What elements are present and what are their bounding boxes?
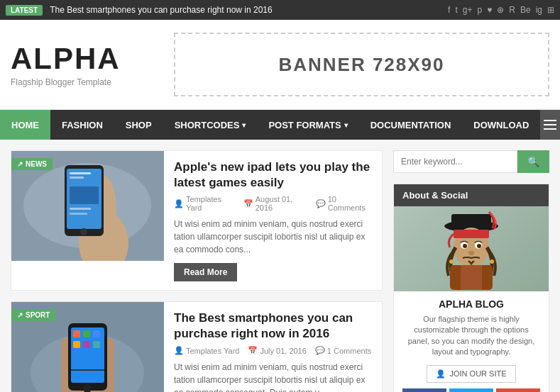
svg-point-34 [463, 244, 467, 248]
top-bar: LATEST The Best smartphones you can purc… [0, 0, 560, 20]
author-icon-1: 👤 Templates Yard [174, 195, 235, 212]
nav-shortcodes[interactable]: SHORTCODES ▾ [163, 110, 258, 140]
nav-download[interactable]: DOWNLOAD [462, 110, 540, 140]
post-thumbnail-1: ↗ NEWS [11, 151, 164, 261]
post-badge-label-1: NEWS [26, 160, 47, 168]
person-icon: 👤 [436, 369, 446, 379]
svg-point-14 [80, 228, 87, 235]
about-blog-name: APLHA BLOG [402, 298, 540, 310]
share-icon-1: ↗ [17, 160, 23, 168]
heart-icon-top[interactable]: ♥ [487, 5, 492, 15]
read-more-button-1[interactable]: Read More [174, 263, 237, 281]
svg-rect-0 [544, 120, 556, 121]
svg-rect-10 [70, 177, 84, 179]
nav-fashion[interactable]: FASHION [50, 110, 114, 140]
post-thumbnail-2: ↗ SPORT [11, 302, 164, 392]
post-date-2: July 01, 2016 [260, 347, 306, 355]
svg-rect-12 [70, 208, 91, 210]
svg-point-35 [477, 244, 481, 248]
post-comments-1: 10 Comments [328, 195, 372, 212]
search-button[interactable]: 🔍 [517, 150, 549, 173]
post-date-1: August 01, 2016 [256, 195, 307, 212]
facebook-share-button[interactable]: f [402, 388, 446, 392]
svg-rect-22 [93, 330, 100, 337]
main-content: ↗ NEWS Apple's new ipad lets you play th… [0, 140, 560, 392]
facebook-icon-top[interactable]: f [448, 5, 450, 15]
nav-documentation[interactable]: DOCUMENTATION [359, 110, 463, 140]
svg-rect-1 [544, 124, 556, 125]
post-card-1: ↗ NEWS Apple's new ipad lets you play th… [11, 150, 383, 291]
nav-shop[interactable]: SHOP [114, 110, 163, 140]
post-badge-2: ↗ SPORT [11, 309, 55, 321]
date-icon-2: 📅 July 01, 2016 [248, 346, 306, 355]
comments-icon-2: 💬 1 Comments [315, 346, 371, 355]
date-icon-1: 📅 August 01, 2016 [243, 195, 307, 212]
post-badge-1: ↗ NEWS [11, 158, 53, 170]
post-badge-label-2: SPORT [26, 311, 50, 319]
shuffle-icon [544, 120, 556, 130]
join-site-button[interactable]: 👤 JOIN OUR SITE [427, 365, 515, 383]
rss-icon-top[interactable]: R [509, 5, 515, 15]
twitter-share-button[interactable]: t [449, 388, 493, 392]
grid-icon-top[interactable]: ⊞ [547, 5, 554, 15]
svg-rect-26 [71, 369, 104, 371]
behance-icon-top[interactable]: Be [520, 5, 531, 15]
twitter-icon-top[interactable]: t [455, 5, 457, 15]
svg-rect-20 [73, 330, 80, 337]
svg-rect-25 [93, 341, 100, 348]
author-icon-2: 👤 Templates Yard [174, 346, 239, 355]
search-box: 🔍 [393, 150, 549, 173]
post-title-1[interactable]: Apple's new ipad lets you play the lates… [174, 159, 372, 191]
navigation: HOME FASHION SHOP SHORTCODES ▾ POST FORM… [0, 110, 560, 140]
logo-title[interactable]: ALPHA [11, 42, 174, 76]
nav-post-formats[interactable]: POST FORMATS ▾ [257, 110, 358, 140]
svg-rect-9 [70, 172, 91, 174]
about-image [394, 206, 549, 291]
join-label: JOIN OUR SITE [449, 369, 506, 378]
post-comments-2: 1 Comments [327, 347, 371, 355]
post-author-2: Templates Yard [186, 347, 239, 355]
post-card-2: ↗ SPORT The Best smartphones you can pur… [11, 301, 383, 392]
post-excerpt-2: Ut wisi enim ad minim veniam, quis nostr… [174, 361, 372, 392]
svg-rect-21 [83, 330, 90, 337]
about-body: APLHA BLOG Our flagship theme is highly … [394, 291, 549, 392]
instagram-icon-top[interactable]: ig [536, 5, 542, 15]
pinterest-icon-top[interactable]: p [477, 5, 482, 15]
logo-subtitle: Flagship Blogger Template [11, 77, 174, 87]
banner-text: BANNER 728X90 [278, 54, 444, 76]
about-description: Our flagship theme is highly customizabl… [402, 314, 540, 358]
about-avatar-image [436, 208, 507, 290]
svg-rect-11 [70, 186, 99, 204]
search-input[interactable] [393, 150, 517, 173]
post-excerpt-1: Ut wisi enim ad minim veniam, quis nostr… [174, 218, 372, 256]
banner: BANNER 728X90 [174, 33, 549, 96]
comments-icon-1: 💬 10 Comments [316, 195, 372, 212]
svg-rect-2 [544, 128, 556, 130]
share-icon-2: ↗ [17, 311, 23, 319]
svg-rect-13 [70, 213, 87, 215]
post-meta-1: 👤 Templates Yard 📅 August 01, 2016 💬 10 … [174, 195, 372, 212]
globe-icon-top[interactable]: ⊕ [497, 5, 504, 15]
posts-column: ↗ NEWS Apple's new ipad lets you play th… [11, 150, 383, 392]
post-author-1: Templates Yard [186, 195, 235, 212]
svg-rect-40 [461, 265, 482, 290]
googleplus-icon-top[interactable]: g+ [463, 5, 473, 15]
googleplus-share-button[interactable]: G+ [496, 388, 540, 392]
top-bar-headline: The Best smartphones you can purchase ri… [50, 5, 448, 15]
about-widget-title: About & Social [394, 184, 549, 206]
svg-rect-23 [73, 341, 80, 348]
post-content-1: Apple's new ipad lets you play the lates… [164, 151, 382, 290]
sidebar: 🔍 About & Social [393, 150, 549, 392]
svg-point-36 [468, 251, 474, 255]
svg-rect-29 [451, 214, 491, 228]
header: ALPHA Flagship Blogger Template BANNER 7… [0, 20, 560, 110]
post-title-2[interactable]: The Best smartphones you can purchase ri… [174, 310, 372, 342]
shortcodes-dropdown-icon: ▾ [242, 121, 246, 129]
nav-home[interactable]: HOME [0, 110, 50, 140]
shuffle-button[interactable] [540, 110, 560, 140]
latest-badge: LATEST [6, 5, 43, 16]
social-icons-top: f t g+ p ♥ ⊕ R Be ig ⊞ [448, 5, 554, 15]
post-content-2: The Best smartphones you can purchase ri… [164, 302, 382, 392]
social-buttons: f t G+ [402, 388, 540, 392]
post-meta-2: 👤 Templates Yard 📅 July 01, 2016 💬 1 Com… [174, 346, 372, 355]
